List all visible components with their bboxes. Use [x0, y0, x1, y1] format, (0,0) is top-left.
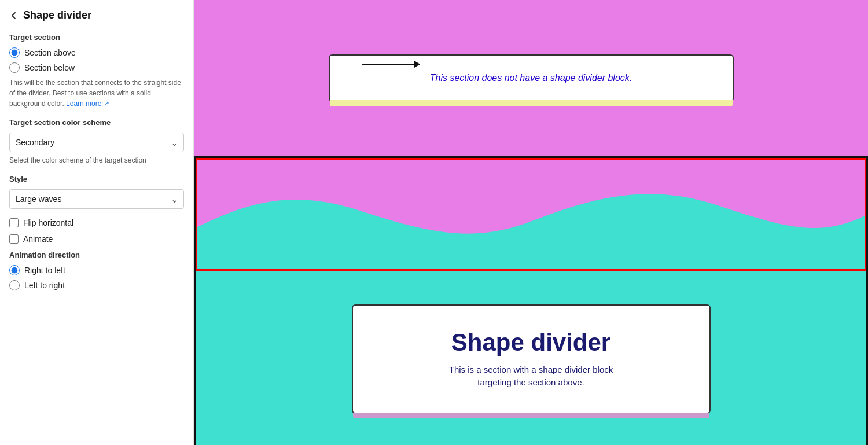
animate-label: Animate: [23, 234, 53, 244]
color-scheme-label: Target section color scheme: [9, 118, 184, 127]
radio-ltr-label: Left to right: [24, 281, 65, 290]
external-link-icon: ↗: [104, 100, 109, 108]
shape-divider-preview: [196, 158, 866, 271]
radio-section-above-input[interactable]: [9, 47, 20, 58]
panel-header: Shape divider: [9, 9, 184, 21]
preview-panel: This section does not have a shape divid…: [194, 0, 868, 445]
radio-section-above[interactable]: Section above: [9, 47, 184, 58]
radio-group-target: Section above Section below: [9, 47, 184, 73]
style-label: Style: [9, 175, 184, 183]
section-below-title: Shape divider: [388, 329, 675, 356]
style-group: Style Large waves Small waves Tilt Arrow…: [9, 175, 184, 209]
radio-ltr-input[interactable]: [9, 280, 20, 290]
wave-svg: [197, 160, 865, 269]
radio-rtl-label: Right to left: [24, 266, 65, 275]
panel-title: Shape divider: [23, 9, 91, 21]
section-below-bottom-accent: [353, 413, 709, 418]
color-scheme-select-wrapper: Secondary Default Accent Custom: [9, 133, 184, 152]
flip-horizontal-input[interactable]: [9, 218, 19, 227]
radio-section-below-input[interactable]: [9, 62, 20, 73]
target-section-help: This will be the section that connects t…: [9, 78, 184, 109]
style-select-wrapper: Large waves Small waves Tilt Arrow Trian…: [9, 189, 184, 209]
section-above-text: This section does not have a shape divid…: [365, 73, 698, 83]
settings-panel: Shape divider Target section Section abo…: [0, 0, 194, 445]
animate-checkbox[interactable]: Animate: [9, 234, 184, 244]
style-select[interactable]: Large waves Small waves Tilt Arrow Trian…: [9, 189, 184, 209]
radio-section-below[interactable]: Section below: [9, 62, 184, 73]
flip-horizontal-checkbox[interactable]: Flip horizontal: [9, 218, 184, 227]
arrow-line: [362, 64, 420, 65]
radio-rtl[interactable]: Right to left: [9, 265, 184, 275]
arrow-indicator: [362, 64, 420, 65]
animation-direction-label: Animation direction: [9, 251, 184, 259]
target-section-label: Target section: [9, 33, 184, 42]
section-below-box: Shape divider This is a section with a s…: [352, 304, 711, 414]
radio-rtl-input[interactable]: [9, 265, 20, 275]
animate-input[interactable]: [9, 234, 19, 244]
section-above-box: This section does not have a shape divid…: [329, 54, 734, 102]
radio-section-above-label: Section above: [24, 48, 76, 57]
radio-section-below-label: Section below: [24, 63, 75, 72]
color-scheme-hint: Select the color scheme of the target se…: [9, 156, 184, 166]
preview-main-section: Shape divider This is a section with a s…: [194, 156, 868, 445]
section-below-subtitle: This is a section with a shape divider b…: [388, 363, 675, 389]
color-scheme-select[interactable]: Secondary Default Accent Custom: [9, 133, 184, 152]
target-section-group: Target section Section above Section bel…: [9, 33, 184, 109]
learn-more-link[interactable]: Learn more ↗: [66, 100, 109, 108]
back-button[interactable]: [9, 11, 19, 20]
radio-group-direction: Right to left Left to right: [9, 265, 184, 290]
animation-direction-group: Animation direction Right to left Left t…: [9, 251, 184, 290]
preview-top-section: This section does not have a shape divid…: [194, 0, 868, 156]
flip-horizontal-label: Flip horizontal: [23, 218, 73, 227]
section-above-bottom-accent: [330, 100, 733, 106]
radio-ltr[interactable]: Left to right: [9, 280, 184, 290]
color-scheme-group: Target section color scheme Secondary De…: [9, 118, 184, 166]
section-below-content: Shape divider This is a section with a s…: [196, 271, 866, 445]
